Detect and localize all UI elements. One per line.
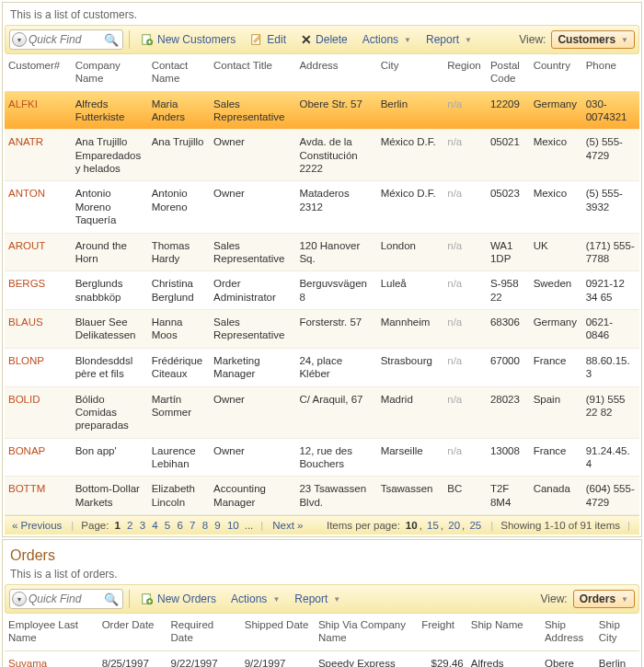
- column-header[interactable]: Employee Last Name: [5, 614, 98, 650]
- cell: Germany: [530, 310, 582, 349]
- cell: Berlin: [595, 650, 639, 667]
- new-orders-button[interactable]: New Orders: [135, 591, 222, 607]
- pager-ipp-label: Items per page:: [327, 520, 400, 531]
- column-header[interactable]: Postal Code: [487, 54, 530, 91]
- view-selector[interactable]: Customers ▼: [551, 30, 635, 49]
- table-row[interactable]: ALFKIAlfreds FutterkisteMaria AndersSale…: [5, 91, 639, 130]
- pager-next[interactable]: Next »: [270, 520, 305, 531]
- table-row[interactable]: ANATRAna Trujillo Emparedados y heladosA…: [5, 130, 639, 181]
- cell: Berguvsvägen 8: [295, 271, 376, 310]
- table-row[interactable]: BOTTMBottom-Dollar MarketsElizabeth Linc…: [5, 477, 639, 515]
- search-icon[interactable]: 🔍: [102, 33, 121, 47]
- actions-button[interactable]: Actions ▼: [225, 591, 285, 607]
- pager-page[interactable]: 3: [138, 520, 147, 531]
- column-header[interactable]: Order Date: [98, 614, 167, 650]
- quick-find-dropdown-icon[interactable]: ▾: [12, 592, 27, 606]
- cell: Spain: [530, 386, 582, 438]
- table-row[interactable]: BOLIDBólido Comidas preparadasMartín Som…: [5, 386, 639, 438]
- actions-label: Actions: [231, 592, 267, 605]
- cell: ANATR: [5, 130, 72, 181]
- new-customers-button[interactable]: New Customers: [135, 31, 241, 48]
- column-header[interactable]: Country: [530, 54, 582, 91]
- cell: Germany: [530, 91, 582, 130]
- pager-prev[interactable]: « Previous: [10, 520, 63, 531]
- edit-label: Edit: [267, 33, 286, 46]
- table-row[interactable]: AROUTAround the HornThomas HardySales Re…: [5, 233, 639, 271]
- cell: BLAUS: [5, 310, 72, 349]
- table-row[interactable]: BLAUSBlauer See DelikatessenHanna MoosSa…: [5, 310, 639, 349]
- cell: 67000: [487, 348, 530, 386]
- pager-ipp-option[interactable]: 10: [404, 520, 420, 531]
- cell: Berlin: [377, 91, 444, 130]
- pager-page[interactable]: 7: [188, 520, 197, 531]
- cell: Around the Horn: [72, 233, 148, 271]
- column-header[interactable]: Ship City: [595, 614, 639, 650]
- table-row[interactable]: ANTONAntonio Moreno TaqueríaAntonio More…: [5, 181, 639, 233]
- pager-page[interactable]: 8: [201, 520, 210, 531]
- report-button[interactable]: Report ▼: [289, 591, 346, 607]
- column-header[interactable]: Contact Title: [210, 54, 295, 91]
- column-header[interactable]: Company Name: [72, 54, 148, 91]
- cell: 88.60.15.3: [582, 348, 639, 386]
- report-label: Report: [426, 33, 459, 46]
- column-header[interactable]: Contact Name: [148, 54, 210, 91]
- orders-toolbar: ▾ 🔍 New Orders Actions ▼ Report ▼ View: …: [5, 584, 639, 614]
- pager-ipp-option[interactable]: 20: [446, 520, 462, 531]
- actions-button[interactable]: Actions ▼: [357, 31, 417, 48]
- cell: $29.46: [418, 650, 466, 667]
- cell: Avda. de la Constitución 2222: [295, 130, 376, 181]
- pager-page[interactable]: 9: [213, 520, 222, 531]
- cell: n/a: [443, 310, 487, 349]
- cell: Maria Anders: [148, 91, 210, 130]
- report-button[interactable]: Report ▼: [420, 31, 477, 48]
- cell: AROUT: [5, 233, 72, 271]
- cell: n/a: [443, 386, 487, 438]
- cell: Mexico: [530, 181, 582, 233]
- column-header[interactable]: Ship Address: [541, 614, 595, 650]
- column-header[interactable]: Freight: [418, 614, 466, 650]
- cell: London: [377, 233, 444, 271]
- column-header[interactable]: Required Date: [167, 614, 241, 650]
- delete-button[interactable]: ✕ Delete: [295, 30, 353, 49]
- column-header[interactable]: Ship Via Company Name: [315, 614, 418, 650]
- column-header[interactable]: Phone: [582, 54, 639, 91]
- pager-page[interactable]: 1: [112, 520, 121, 531]
- pager-page[interactable]: 5: [163, 520, 172, 531]
- cell: 8/25/1997: [98, 650, 167, 667]
- cell: (604) 555-4729: [582, 477, 639, 515]
- cell: Ana Trujillo: [148, 130, 210, 181]
- column-header[interactable]: Shipped Date: [241, 614, 315, 650]
- pager-ipp-option[interactable]: 25: [467, 520, 483, 531]
- cell: S-958 22: [487, 271, 530, 310]
- chevron-down-icon: ▼: [404, 36, 411, 44]
- cell: n/a: [443, 181, 487, 233]
- pager-page[interactable]: 6: [175, 520, 184, 531]
- cell: Sales Representative: [210, 91, 295, 130]
- column-header[interactable]: Address: [295, 54, 376, 91]
- cell: 91.24.45.4: [582, 438, 639, 477]
- search-icon[interactable]: 🔍: [102, 592, 121, 606]
- table-row[interactable]: BLONPBlondesddsl père et filsFrédérique …: [5, 348, 639, 386]
- cell: 05021: [487, 130, 530, 181]
- edit-button[interactable]: Edit: [245, 31, 292, 48]
- quick-find-input[interactable]: [29, 592, 102, 605]
- quick-find-input[interactable]: [29, 33, 102, 46]
- delete-label: Delete: [316, 33, 348, 46]
- column-header[interactable]: City: [377, 54, 444, 91]
- pager-ipp-option[interactable]: 15: [425, 520, 441, 531]
- view-selector[interactable]: Orders ▼: [573, 590, 635, 608]
- table-row[interactable]: BONAPBon app'Laurence LebihanOwner12, ru…: [5, 438, 639, 477]
- column-header[interactable]: Customer#: [5, 54, 72, 91]
- cell: BOLID: [5, 386, 72, 438]
- pager-page[interactable]: 10: [225, 520, 241, 531]
- pager-page[interactable]: 2: [125, 520, 134, 531]
- cell: BONAP: [5, 438, 72, 477]
- pager-page[interactable]: 4: [150, 520, 159, 531]
- cell: n/a: [443, 130, 487, 181]
- column-header[interactable]: Ship Name: [467, 614, 541, 650]
- cell: Owner: [210, 386, 295, 438]
- quick-find-dropdown-icon[interactable]: ▾: [12, 32, 27, 47]
- column-header[interactable]: Region: [443, 54, 487, 91]
- table-row[interactable]: Suyama8/25/19979/22/19979/2/1997Speedy E…: [5, 650, 639, 667]
- table-row[interactable]: BERGSBerglunds snabbköpChristina Berglun…: [5, 271, 639, 310]
